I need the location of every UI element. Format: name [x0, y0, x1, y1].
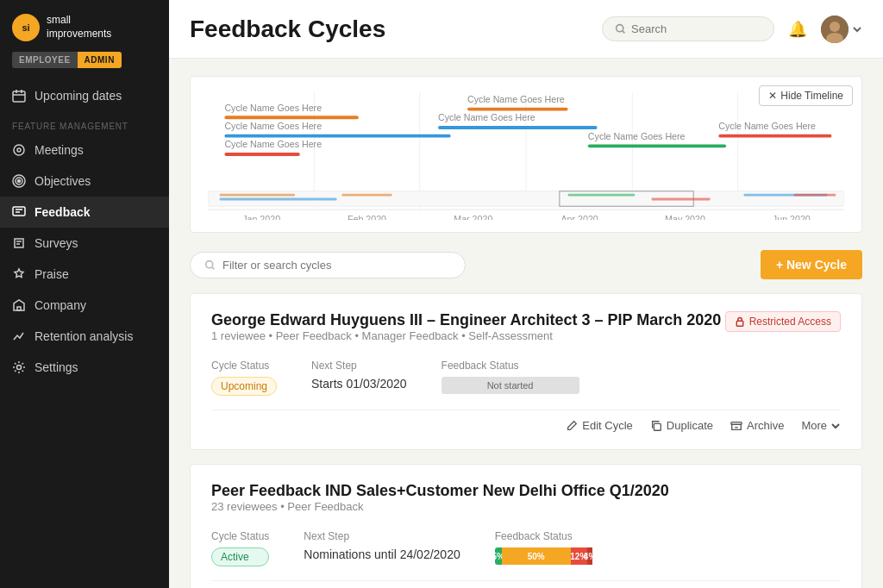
cycle-status-group-2: Cycle Status Active	[211, 530, 269, 566]
archive-btn-1[interactable]: Archive	[730, 419, 784, 432]
cycle-title-1: George Edward Huyguens III – Engineer Ar…	[211, 311, 721, 329]
logo-text: small improvements	[47, 14, 111, 41]
svg-text:Jan 2020: Jan 2020	[242, 214, 280, 220]
svg-rect-19	[224, 116, 358, 119]
svg-text:Cycle Name Goes Here: Cycle Name Goes Here	[224, 121, 322, 131]
avatar-area[interactable]	[821, 16, 862, 43]
next-step-value-2: Nominations until 24/02/2020	[304, 547, 460, 561]
cycle-card-1-header: George Edward Huyguens III – Engineer Ar…	[211, 311, 841, 356]
svg-rect-21	[224, 134, 450, 138]
timeline-card: ✕ Hide Timeline Cycle Name Goes Here Cyc…	[190, 76, 862, 233]
svg-text:Cycle Name Goes Here: Cycle Name Goes Here	[224, 103, 322, 113]
search-icon	[615, 23, 626, 34]
timeline-svg: Cycle Name Goes Here Cycle Name Goes Her…	[208, 91, 844, 220]
cycle-meta-2: Cycle Status Active Next Step Nomination…	[211, 530, 841, 566]
duplicate-btn-1[interactable]: Duplicate	[650, 419, 713, 432]
header-right: 🔔	[602, 16, 862, 43]
admin-role-btn[interactable]: ADMIN	[78, 52, 122, 68]
svg-rect-41	[220, 194, 295, 197]
main-area: Feedback Cycles 🔔	[169, 0, 883, 588]
cycle-actions-2: Edit Cycle Duplicate Archive	[211, 580, 841, 588]
objectives-icon	[12, 174, 26, 188]
svg-rect-51	[731, 422, 742, 424]
feedback-status-group-2: Feedback Status 5% 50% 12% 4%	[495, 530, 633, 566]
user-avatar	[821, 16, 849, 43]
edit-cycle-btn-1[interactable]: Edit Cycle	[566, 419, 633, 432]
lock-icon	[735, 316, 745, 327]
feedback-status-bar-1: Not started	[442, 377, 579, 394]
svg-text:Apr 2020: Apr 2020	[560, 214, 598, 220]
sidebar-nav: Upcoming dates FEATURE MANAGEMENT Meetin…	[0, 80, 169, 390]
next-step-group-2: Next Step Nominations until 24/02/2020	[304, 530, 460, 566]
svg-rect-42	[220, 198, 337, 201]
svg-point-8	[17, 366, 22, 370]
svg-text:Cycle Name Goes Here: Cycle Name Goes Here	[224, 139, 322, 149]
employee-role-btn[interactable]: EMPLOYEE	[12, 52, 78, 68]
duplicate-icon	[650, 420, 662, 432]
sidebar-item-surveys[interactable]: Surveys	[0, 228, 169, 259]
svg-rect-44	[568, 194, 636, 197]
sidebar-item-meetings[interactable]: Meetings	[0, 134, 169, 166]
svg-text:Jun 2020: Jun 2020	[773, 214, 811, 220]
praise-icon	[12, 267, 26, 281]
retention-icon	[12, 329, 26, 343]
logo-area: si small improvements	[0, 0, 169, 52]
svg-point-9	[617, 25, 623, 32]
next-step-group-1: Next Step Starts 01/03/2020	[311, 360, 407, 396]
sidebar-item-upcoming-dates[interactable]: Upcoming dates	[0, 80, 169, 111]
content-area: ✕ Hide Timeline Cycle Name Goes Here Cyc…	[169, 59, 883, 588]
svg-rect-27	[438, 126, 597, 129]
svg-point-5	[18, 180, 21, 183]
chevron-down-icon	[852, 24, 862, 34]
role-switcher: EMPLOYEE ADMIN	[0, 52, 169, 80]
hide-timeline-button[interactable]: ✕ Hide Timeline	[759, 85, 853, 106]
feedback-status-group-1: Feedback Status Not started	[442, 360, 579, 396]
surveys-icon	[12, 236, 26, 250]
svg-rect-31	[718, 134, 831, 138]
search-bar[interactable]	[602, 16, 774, 41]
fb-bar-1: 50%	[502, 547, 571, 565]
fb-bar-3: 4%	[587, 547, 592, 565]
svg-rect-43	[341, 194, 391, 197]
edit-icon	[566, 420, 578, 432]
sidebar-item-settings[interactable]: Settings	[0, 352, 169, 383]
filter-input-wrap[interactable]	[190, 252, 466, 278]
filter-input[interactable]	[222, 259, 447, 272]
cycle-status-group-1: Cycle Status Upcoming	[211, 360, 277, 396]
sidebar-item-retention[interactable]: Retention analysis	[0, 321, 169, 352]
more-btn-1[interactable]: More	[801, 419, 841, 432]
sidebar-item-company[interactable]: Company	[0, 290, 169, 321]
sidebar-item-feedback[interactable]: Feedback	[0, 197, 169, 228]
next-step-value-1: Starts 01/03/2020	[311, 377, 407, 391]
search-input[interactable]	[631, 22, 752, 35]
page-title: Feedback Cycles	[190, 16, 385, 43]
svg-rect-45	[652, 198, 711, 201]
svg-text:Cycle Name Goes Here: Cycle Name Goes Here	[467, 94, 565, 104]
sidebar-item-objectives[interactable]: Objectives	[0, 166, 169, 197]
sidebar: si small improvements EMPLOYEE ADMIN Upc…	[0, 0, 169, 588]
new-cycle-button[interactable]: + New Cycle	[761, 250, 862, 279]
feature-management-label: FEATURE MANAGEMENT	[0, 111, 169, 134]
svg-rect-0	[13, 91, 25, 102]
svg-rect-23	[224, 153, 299, 156]
cycle-meta-1: Cycle Status Upcoming Next Step Starts 0…	[211, 360, 841, 396]
cycle-status-badge-2: Active	[211, 547, 269, 566]
svg-rect-25	[467, 108, 568, 111]
not-started-bar: Not started	[442, 377, 579, 394]
svg-point-2	[17, 148, 21, 152]
bell-icon[interactable]: 🔔	[788, 20, 807, 39]
svg-rect-6	[13, 207, 25, 216]
svg-point-1	[14, 145, 24, 155]
svg-rect-50	[654, 423, 661, 430]
chevron-down-icon-1	[830, 421, 841, 431]
filter-search-icon	[204, 260, 216, 271]
archive-icon	[730, 420, 742, 432]
avatar-image	[821, 16, 849, 43]
cycle-subtitle-2: 23 reviewees • Peer Feedback	[211, 500, 669, 513]
sidebar-item-praise[interactable]: Praise	[0, 259, 169, 290]
logo-icon: si	[12, 14, 40, 41]
cycle-card-1: George Edward Huyguens III – Engineer Ar…	[190, 293, 862, 450]
cycle-card-2-header: Peer Feedback IND Sales+Customer New Del…	[211, 482, 841, 527]
svg-rect-47	[794, 194, 836, 197]
feedback-status-bar-2: 5% 50% 12% 4%	[495, 547, 633, 565]
